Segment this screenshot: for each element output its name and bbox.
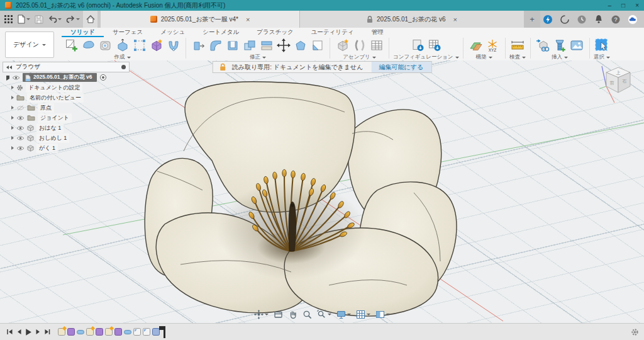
timeline-skip-end-icon[interactable] [42, 327, 52, 337]
expand-arrow-icon[interactable] [11, 116, 14, 120]
maximize-button[interactable]: □ [621, 2, 625, 9]
loft-icon[interactable] [165, 37, 182, 53]
visibility-eye-icon[interactable] [16, 135, 25, 141]
insert-fastener-icon[interactable] [552, 37, 569, 53]
construction-plane-icon[interactable] [467, 37, 484, 53]
tree-item-component-gaku[interactable]: がく 1 [3, 143, 130, 153]
tree-item-joints[interactable]: ジョイント [3, 113, 130, 123]
doc-tab-close-icon[interactable]: × [453, 16, 457, 23]
combine-icon[interactable] [241, 37, 258, 53]
press-pull-icon[interactable] [190, 37, 207, 53]
tree-item-component-ohana[interactable]: おはな 1 [3, 123, 130, 133]
configuration-icon[interactable] [409, 37, 426, 53]
split-body-icon[interactable] [258, 37, 275, 53]
expand-arrow-icon[interactable] [11, 86, 14, 89]
zoom-icon[interactable] [303, 310, 312, 319]
timeline-feature-component-star[interactable] [105, 328, 113, 336]
timeline-feature-component-star[interactable] [86, 328, 94, 336]
doc-tab-close-icon[interactable]: × [246, 16, 250, 23]
extensions-icon[interactable] [560, 14, 570, 25]
timeline-feature-component[interactable] [143, 328, 150, 336]
construction-axis-icon[interactable]: XYZ [484, 37, 501, 53]
timeline-settings-gear-icon[interactable] [630, 327, 640, 337]
timeline-feature-form[interactable] [67, 328, 75, 336]
browser-header[interactable]: ブラウザ [3, 62, 130, 72]
timeline-feature-form[interactable] [96, 328, 103, 336]
root-component[interactable]: 2025.05.01_お茶の花 v6 [23, 73, 97, 82]
visibility-eye-icon[interactable] [16, 125, 25, 131]
new-component-icon[interactable] [334, 37, 351, 53]
job-status-icon[interactable] [543, 14, 553, 25]
timeline-play-icon[interactable] [23, 327, 33, 337]
expand-arrow-icon[interactable] [11, 136, 14, 140]
notifications-bell-icon[interactable] [594, 14, 604, 25]
grid-display-icon[interactable] [356, 310, 370, 319]
tree-item-document-settings[interactable]: ドキュメントの設定 [3, 82, 130, 93]
tab-mesh[interactable]: メッシュ [152, 28, 194, 37]
undo-icon[interactable] [47, 13, 63, 26]
browser-options-icon[interactable] [121, 65, 126, 69]
form-icon[interactable] [80, 37, 97, 53]
constraints-icon[interactable] [131, 37, 148, 53]
save-icon[interactable] [33, 13, 45, 26]
job-history-clock-icon[interactable] [577, 14, 587, 25]
help-icon[interactable]: ? [611, 14, 621, 25]
home-view-icon[interactable] [83, 11, 97, 28]
view-cube[interactable]: 上 前 右 [599, 64, 638, 104]
app-menu-grid-icon[interactable] [3, 13, 14, 26]
visibility-eye-icon[interactable] [12, 75, 20, 81]
tree-root-item[interactable]: 2025.05.01_お茶の花 v6 [3, 72, 130, 82]
user-avatar[interactable] [628, 14, 638, 25]
timeline-feature-component-star[interactable] [58, 328, 65, 336]
timeline-feature-flatten[interactable] [77, 330, 84, 334]
extrude-icon[interactable] [114, 37, 131, 53]
timeline-feature-form[interactable] [114, 328, 122, 336]
configuration-table-icon[interactable] [426, 37, 443, 53]
timeline-feature-flatten[interactable] [124, 330, 131, 334]
timeline-step-back-icon[interactable] [14, 327, 23, 337]
hole-icon[interactable] [97, 37, 114, 53]
timeline-feature-component[interactable] [133, 328, 141, 336]
timeline-skip-start-icon[interactable] [4, 327, 14, 337]
expand-arrow-icon[interactable] [11, 146, 14, 150]
shell-icon[interactable] [224, 37, 241, 53]
visibility-eye-icon[interactable] [16, 115, 25, 121]
workspace-selector[interactable]: デザイン [5, 31, 54, 58]
doc-tab-active[interactable]: 2025.05.01_お茶で一服 v4* × [101, 11, 299, 28]
new-tab-button[interactable]: + [524, 11, 540, 28]
timeline-step-forward-icon[interactable] [33, 327, 42, 337]
bom-table-icon[interactable] [368, 37, 385, 53]
offset-face-icon[interactable] [292, 37, 309, 53]
create-sketch-icon[interactable] [63, 37, 80, 53]
pistil[interactable] [289, 202, 296, 252]
visibility-eye-icon[interactable] [16, 145, 25, 151]
tab-plastic[interactable]: プラスチック [248, 28, 302, 37]
create-form-icon[interactable] [148, 37, 165, 53]
joint-icon[interactable] [351, 37, 368, 53]
viewports-icon[interactable] [375, 310, 390, 319]
redo-icon[interactable] [65, 13, 81, 26]
orbit-icon[interactable] [254, 310, 269, 319]
replace-face-icon[interactable] [309, 37, 326, 53]
close-button[interactable]: × [635, 2, 639, 9]
tab-manage[interactable]: 管理 [362, 28, 392, 37]
display-settings-icon[interactable] [336, 310, 351, 319]
insert-derive-icon[interactable] [535, 37, 552, 53]
timeline-position-marker[interactable] [164, 326, 165, 338]
file-menu-icon[interactable] [16, 13, 31, 26]
fillet-icon[interactable] [207, 37, 224, 53]
viewport-3d[interactable]: 読み取り専用: ドキュメントを編集できません 編集可能にする ブラウザ 2025… [0, 60, 644, 324]
minimize-button[interactable]: – [608, 2, 612, 9]
tree-item-component-oshimeshi[interactable]: おしめし 1 [3, 133, 130, 143]
tab-sheet-metal[interactable]: シートメタル [194, 28, 248, 37]
tree-item-origin[interactable]: 原点 [3, 103, 130, 113]
select-icon[interactable] [594, 37, 611, 53]
doc-tab-readonly[interactable]: 2025.05.01_お茶の花 v6 × [299, 11, 524, 28]
tab-utilities[interactable]: ユーティリティ [303, 28, 363, 37]
expand-arrow-icon[interactable] [11, 106, 14, 110]
move-copy-icon[interactable] [275, 37, 292, 53]
tab-solid[interactable]: ソリッド [62, 28, 104, 37]
expand-arrow-icon[interactable] [11, 126, 14, 130]
measure-icon[interactable] [509, 37, 526, 53]
fit-icon[interactable] [317, 310, 331, 319]
